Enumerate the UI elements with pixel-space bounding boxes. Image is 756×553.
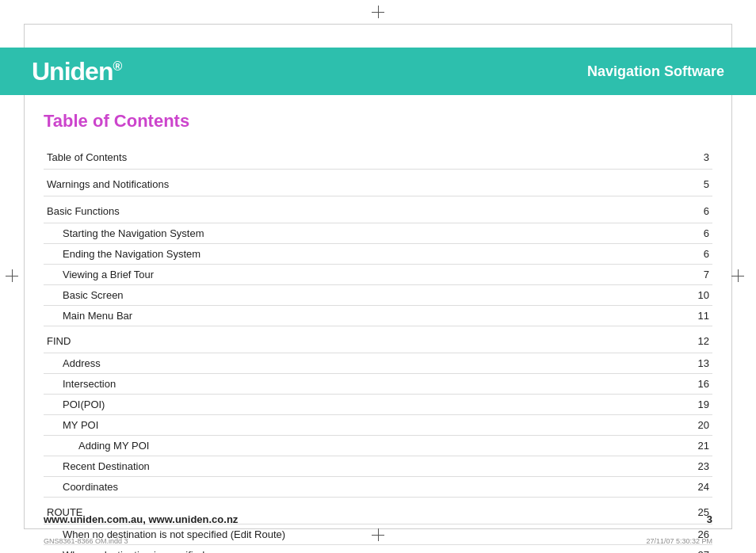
toc-row: POI(POI)19 bbox=[44, 395, 712, 415]
toc-row: Ending the Navigation System6 bbox=[44, 244, 712, 265]
toc-row: Table of Contents3 bbox=[44, 146, 712, 170]
toc-item-page: 12 bbox=[681, 330, 712, 353]
toc-item-label: Coordinates bbox=[44, 477, 681, 498]
toc-item-label: FIND bbox=[44, 330, 681, 353]
toc-row: Recent Destination23 bbox=[44, 456, 712, 477]
toc-item-page: 20 bbox=[681, 415, 712, 436]
toc-item-page: 24 bbox=[681, 477, 712, 498]
toc-row: Starting the Navigation System6 bbox=[44, 223, 712, 244]
toc-title: Table of Contents bbox=[44, 111, 712, 132]
toc-item-page: 16 bbox=[681, 374, 712, 395]
crosshair-right bbox=[731, 269, 744, 282]
crosshair-top bbox=[372, 6, 384, 18]
footer-url: www.uniden.com.au, www.uniden.co.nz bbox=[44, 513, 238, 525]
page-border-right bbox=[731, 24, 732, 529]
toc-row: When a destination is specified27 bbox=[44, 545, 712, 554]
toc-item-label: POI(POI) bbox=[44, 395, 681, 415]
toc-item-page: 5 bbox=[681, 173, 712, 196]
toc-item-label: Recent Destination bbox=[44, 456, 681, 477]
toc-item-page: 10 bbox=[681, 285, 712, 306]
logo-registered-mark: ® bbox=[113, 59, 121, 73]
toc-item-page: 19 bbox=[681, 395, 712, 415]
toc-item-page: 23 bbox=[681, 456, 712, 477]
toc-item-label: Table of Contents bbox=[44, 146, 681, 170]
toc-item-label: Main Menu Bar bbox=[44, 306, 681, 326]
toc-table: Table of Contents3Warnings and Notificat… bbox=[44, 146, 712, 553]
toc-item-label: Adding MY POI bbox=[44, 436, 681, 456]
toc-item-page: 6 bbox=[681, 200, 712, 223]
header: Uniden® Navigation Software bbox=[0, 48, 756, 95]
toc-item-label: MY POI bbox=[44, 415, 681, 436]
toc-item-label: Basic Functions bbox=[44, 200, 681, 223]
toc-row: Address13 bbox=[44, 353, 712, 374]
toc-item-page: 6 bbox=[681, 223, 712, 244]
toc-item-label: Warnings and Notifications bbox=[44, 173, 681, 196]
toc-row: Coordinates24 bbox=[44, 477, 712, 498]
logo: Uniden® bbox=[32, 57, 121, 86]
toc-row: MY POI20 bbox=[44, 415, 712, 436]
main-content: Table of Contents Table of Contents3Warn… bbox=[44, 111, 712, 509]
toc-item-page: 11 bbox=[681, 306, 712, 326]
toc-item-page: 7 bbox=[681, 265, 712, 285]
toc-item-page: 27 bbox=[681, 545, 712, 554]
toc-row: Main Menu Bar11 bbox=[44, 306, 712, 326]
toc-item-label: Viewing a Brief Tour bbox=[44, 265, 681, 285]
nav-software-label: Navigation Software bbox=[587, 63, 724, 80]
footer: www.uniden.com.au, www.uniden.co.nz 3 bbox=[44, 513, 712, 525]
toc-item-label: Address bbox=[44, 353, 681, 374]
toc-item-label: Intersection bbox=[44, 374, 681, 395]
toc-item-page: 21 bbox=[681, 436, 712, 456]
toc-row: Basic Functions6 bbox=[44, 200, 712, 223]
toc-item-label: Ending the Navigation System bbox=[44, 244, 681, 265]
page-border-left bbox=[24, 24, 25, 529]
page-border-top bbox=[24, 24, 732, 25]
toc-row: FIND12 bbox=[44, 330, 712, 353]
toc-item-label: Starting the Navigation System bbox=[44, 223, 681, 244]
footer-page-number: 3 bbox=[707, 513, 712, 525]
toc-item-page: 6 bbox=[681, 244, 712, 265]
footer-file-info: GNS8361-8366 OM.indd 3 bbox=[44, 537, 128, 545]
toc-row: Viewing a Brief Tour7 bbox=[44, 265, 712, 285]
toc-row: Adding MY POI21 bbox=[44, 436, 712, 456]
toc-row: Warnings and Notifications5 bbox=[44, 173, 712, 196]
toc-item-page: 13 bbox=[681, 353, 712, 374]
toc-row: Intersection16 bbox=[44, 374, 712, 395]
crosshair-left bbox=[6, 269, 18, 282]
toc-item-label: Basic Screen bbox=[44, 285, 681, 306]
toc-row: Basic Screen10 bbox=[44, 285, 712, 306]
toc-item-label: When a destination is specified bbox=[44, 545, 681, 554]
toc-item-page: 3 bbox=[681, 146, 712, 170]
toc-item-label: When no destination is not specified (Ed… bbox=[44, 524, 681, 545]
toc-row: When no destination is not specified (Ed… bbox=[44, 524, 712, 545]
footer-date-info: 27/11/07 5:30:32 PM bbox=[646, 537, 712, 545]
